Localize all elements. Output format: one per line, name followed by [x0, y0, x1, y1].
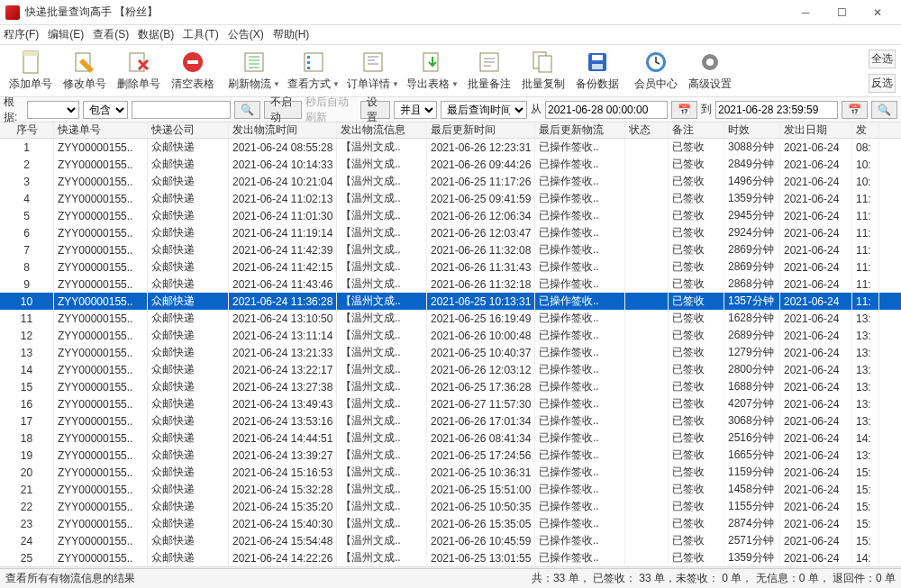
- to-label: 到: [701, 102, 712, 117]
- table-row[interactable]: 12ZYY00000155..众邮快递2021-06-24 13:11:14【温…: [0, 327, 901, 344]
- table-row[interactable]: 3ZYY00000155..众邮快递2021-06-24 10:21:04【温州…: [0, 173, 901, 190]
- clear-icon: [180, 50, 205, 75]
- toolbar-clear[interactable]: 清空表格: [166, 50, 220, 92]
- table-row[interactable]: 15ZYY00000155..众邮快递2021-06-24 13:27:38【温…: [0, 378, 901, 395]
- delete-icon: [126, 50, 151, 75]
- close-button[interactable]: ✕: [860, 0, 896, 25]
- menu-tool[interactable]: 工具(T): [183, 27, 218, 42]
- table-row[interactable]: 22ZYY00000155..众邮快递2021-06-24 15:35:20【温…: [0, 498, 901, 515]
- toolbar-add[interactable]: 添加单号: [4, 50, 58, 92]
- col-lastupdate[interactable]: 最后更新时间: [427, 122, 535, 138]
- table-row[interactable]: 21ZYY00000155..众邮快递2021-06-24 15:32:28【温…: [0, 481, 901, 498]
- logic-select[interactable]: 并且: [394, 101, 437, 119]
- menu-view[interactable]: 查看(S): [93, 27, 129, 42]
- table-row[interactable]: 16ZYY00000155..众邮快递2021-06-24 13:49:43【温…: [0, 395, 901, 412]
- toolbar-export[interactable]: 导出表格▼: [403, 50, 462, 92]
- data-table: 序号 快递单号 快递公司 发出物流时间 发出物流信息 最后更新时间 最后更新物流…: [0, 122, 901, 568]
- table-row[interactable]: 19ZYY00000155..众邮快递2021-06-24 13:39:27【温…: [0, 447, 901, 464]
- calendar-icon: 📅: [678, 104, 691, 116]
- table-row[interactable]: 20ZYY00000155..众邮快递2021-06-24 15:16:53【温…: [0, 464, 901, 481]
- toolbar-batchcopy[interactable]: 批量复制: [516, 50, 570, 92]
- filter-op-select[interactable]: 包含: [83, 101, 128, 119]
- col-remark[interactable]: 备注: [669, 122, 724, 138]
- table-row[interactable]: 17ZYY00000155..众邮快递2021-06-24 13:53:16【温…: [0, 412, 901, 430]
- table-row[interactable]: 24ZYY00000155..众邮快递2021-06-24 15:54:48【温…: [0, 532, 901, 549]
- table-row[interactable]: 9ZYY00000155..众邮快递2021-06-24 11:43:46【温州…: [0, 276, 901, 293]
- search-button[interactable]: 🔍: [234, 101, 260, 119]
- toolbar-viewtype[interactable]: 查看方式▼: [284, 50, 343, 92]
- gear-icon: [697, 50, 723, 75]
- invert-select-button[interactable]: 反选: [869, 74, 896, 93]
- refresh-icon: [241, 50, 267, 75]
- svg-rect-9: [307, 61, 310, 64]
- table-row[interactable]: 4ZYY00000155..众邮快递2021-06-24 11:02:13【温州…: [0, 190, 901, 207]
- col-index[interactable]: 序号: [0, 122, 54, 138]
- menu-edit[interactable]: 编辑(E): [48, 27, 84, 42]
- col-company[interactable]: 快递公司: [148, 122, 229, 138]
- toolbar-detail[interactable]: 订单详情▼: [343, 50, 403, 92]
- col-sendinfo[interactable]: 发出物流信息: [337, 122, 427, 138]
- toolbar-edit[interactable]: 修改单号: [58, 50, 112, 92]
- timefield-select[interactable]: 最后查询时间: [441, 101, 527, 119]
- maximize-button[interactable]: ☐: [824, 0, 860, 25]
- menu-program[interactable]: 程序(F): [4, 27, 39, 42]
- menu-help[interactable]: 帮助(H): [273, 27, 310, 42]
- col-sendtime[interactable]: 发出物流时间: [229, 122, 337, 138]
- col-senddate[interactable]: 发出日期: [780, 122, 852, 138]
- to-cal-button[interactable]: 📅: [842, 101, 868, 119]
- col-extra[interactable]: 发: [852, 122, 879, 138]
- disable-button[interactable]: 不启动: [264, 101, 302, 119]
- menu-notice[interactable]: 公告(X): [228, 27, 264, 42]
- status-bar: 查看所有有物流信息的结果 共：33 单， 已签收： 33 单，未签收： 0 单，…: [0, 568, 901, 588]
- table-row[interactable]: 23ZYY00000155..众邮快递2021-06-24 15:40:30【温…: [0, 515, 901, 532]
- from-cal-button[interactable]: 📅: [671, 101, 697, 119]
- window-title: 快递批量查询高手 【粉丝】: [25, 5, 787, 20]
- table-row[interactable]: 13ZYY00000155..众邮快递2021-06-24 13:21:33【温…: [0, 344, 901, 361]
- col-duration[interactable]: 时效: [724, 122, 780, 138]
- select-all-button[interactable]: 全选: [869, 50, 896, 68]
- table-row[interactable]: 14ZYY00000155..众邮快递2021-06-24 13:22:17【温…: [0, 361, 901, 378]
- toolbar-advanced[interactable]: 高级设置: [683, 50, 737, 92]
- table-body: 1ZYY00000155..众邮快递2021-06-24 08:55:28【温州…: [0, 139, 901, 566]
- toolbar-delete[interactable]: 删除单号: [112, 50, 166, 92]
- filter-field-select[interactable]: [27, 101, 79, 119]
- horizontal-scrollbar[interactable]: [0, 566, 901, 568]
- table-row[interactable]: 5ZYY00000155..众邮快递2021-06-24 11:01:30【温州…: [0, 207, 901, 224]
- settings-button[interactable]: 设置: [360, 101, 390, 119]
- toolbar-member[interactable]: 会员中心: [629, 50, 683, 92]
- table-row[interactable]: 8ZYY00000155..众邮快递2021-06-24 11:42:15【温州…: [0, 258, 901, 276]
- filter-value-input[interactable]: [132, 101, 231, 119]
- table-row[interactable]: 1ZYY00000155..众邮快递2021-06-24 08:55:28【温州…: [0, 139, 901, 156]
- menu-data[interactable]: 数据(B): [138, 27, 174, 42]
- table-row[interactable]: 6ZYY00000155..众邮快递2021-06-24 11:19:14【温州…: [0, 224, 901, 241]
- filter-search-button[interactable]: 🔍: [871, 101, 897, 119]
- copy-icon: [531, 50, 556, 75]
- toolbar-batchnote[interactable]: 批量备注: [462, 50, 516, 92]
- status-right: 共：33 单， 已签收： 33 单，未签收： 0 单， 无信息：0 单， 退回件…: [532, 571, 896, 586]
- from-datetime[interactable]: [545, 101, 668, 119]
- table-row[interactable]: 25ZYY00000155..众邮快递2021-06-24 14:22:26【温…: [0, 549, 901, 566]
- menu-bar: 程序(F) 编辑(E) 查看(S) 数据(B) 工具(T) 公告(X) 帮助(H…: [0, 25, 901, 45]
- col-lastinfo[interactable]: 最后更新物流: [535, 122, 625, 138]
- to-datetime[interactable]: [715, 101, 838, 119]
- table-row[interactable]: 7ZYY00000155..众邮快递2021-06-24 11:42:39【温州…: [0, 241, 901, 258]
- svg-rect-8: [307, 56, 310, 59]
- chevron-down-icon: ▼: [451, 80, 459, 88]
- svg-rect-5: [187, 60, 198, 64]
- table-row[interactable]: 11ZYY00000155..众邮快递2021-06-24 13:10:50【温…: [0, 310, 901, 327]
- col-status[interactable]: 状态: [625, 122, 669, 138]
- search-icon: 🔍: [878, 104, 891, 116]
- toolbar-refresh[interactable]: 刷新物流▼: [224, 50, 284, 92]
- clock-icon: [643, 50, 669, 75]
- table-row[interactable]: 10ZYY00000155..众邮快递2021-06-24 11:36:28【温…: [0, 293, 901, 310]
- minimize-button[interactable]: ─: [787, 0, 824, 25]
- svg-rect-17: [592, 55, 603, 60]
- toolbar-backup[interactable]: 备份数据: [570, 50, 624, 92]
- table-row[interactable]: 18ZYY00000155..众邮快递2021-06-24 14:44:51【温…: [0, 430, 901, 447]
- title-bar: 快递批量查询高手 【粉丝】 ─ ☐ ✕: [0, 0, 901, 25]
- note-icon: [477, 50, 502, 75]
- col-trackno[interactable]: 快递单号: [54, 122, 148, 138]
- chevron-down-icon: ▼: [392, 80, 399, 88]
- list-icon: [301, 50, 326, 75]
- table-row[interactable]: 2ZYY00000155..众邮快递2021-06-24 10:14:33【温州…: [0, 156, 901, 173]
